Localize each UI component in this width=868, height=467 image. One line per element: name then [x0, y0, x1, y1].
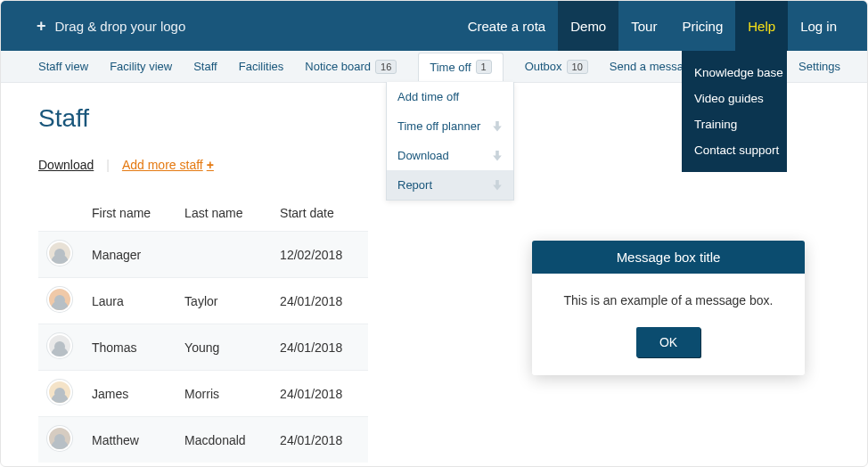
nav-demo[interactable]: Demo: [558, 1, 618, 51]
subnav-facilities[interactable]: Facilities: [239, 60, 284, 73]
table-row[interactable]: JamesMorris24/01/2018: [38, 371, 368, 417]
cell-first-name: Thomas: [83, 324, 176, 371]
top-nav: + Drag & drop your logo Create a rota De…: [1, 1, 867, 51]
logo-drop-text: Drag & drop your logo: [55, 19, 186, 34]
cell-start-date: 24/01/2018: [271, 324, 368, 371]
avatar-cell: [38, 232, 83, 278]
avatar-cell: [38, 371, 83, 417]
cell-last-name: Macdonald: [176, 417, 271, 463]
notice-board-badge: 16: [375, 60, 397, 74]
cell-start-date: 24/01/2018: [271, 371, 368, 417]
ok-button[interactable]: OK: [636, 327, 700, 357]
help-dropdown: Knowledge base Video guides Training Con…: [682, 51, 787, 172]
avatar: [47, 380, 72, 405]
cell-start-date: 12/02/2018: [271, 232, 368, 278]
help-training[interactable]: Training: [682, 111, 787, 137]
download-arrow-icon: [492, 121, 503, 132]
nav-help[interactable]: Help: [735, 1, 788, 51]
timeoff-planner[interactable]: Time off planner: [387, 111, 513, 141]
timeoff-report[interactable]: Report: [387, 170, 513, 200]
message-box-body: This is an example of a message box.: [532, 274, 805, 316]
message-box: Message box title This is an example of …: [532, 241, 805, 375]
cell-last-name: [176, 232, 271, 278]
help-video-guides[interactable]: Video guides: [682, 86, 787, 111]
table-row[interactable]: Manager12/02/2018: [38, 232, 368, 278]
nav-create-rota[interactable]: Create a rota: [455, 1, 559, 51]
download-arrow-icon: [492, 180, 503, 191]
avatar-cell: [38, 324, 83, 371]
cell-last-name: Morris: [176, 371, 271, 417]
staff-table: First name Last name Start date Manager1…: [38, 199, 368, 463]
timeoff-add[interactable]: Add time off: [387, 82, 513, 111]
subnav-notice-board[interactable]: Notice board 16: [305, 60, 397, 74]
message-box-title: Message box title: [532, 241, 805, 274]
subnav-staff-view[interactable]: Staff view: [38, 60, 88, 73]
avatar: [47, 333, 72, 358]
message-box-footer: OK: [532, 316, 805, 375]
help-contact-support[interactable]: Contact support: [682, 137, 787, 163]
subnav-facility-view[interactable]: Facility view: [110, 60, 172, 73]
plus-icon: +: [207, 158, 214, 172]
download-link[interactable]: Download: [38, 158, 94, 172]
subnav-staff[interactable]: Staff: [193, 60, 217, 73]
col-first-name: First name: [83, 199, 176, 232]
cell-last-name: Taylor: [176, 278, 271, 324]
help-knowledge-base[interactable]: Knowledge base: [682, 60, 787, 86]
outbox-badge: 10: [567, 60, 588, 74]
subnav-time-off[interactable]: Time off 1: [418, 53, 503, 81]
cell-first-name: Matthew: [83, 417, 176, 463]
subnav-outbox[interactable]: Outbox 10: [525, 60, 588, 74]
time-off-badge: 1: [476, 60, 492, 74]
col-start-date: Start date: [271, 199, 368, 232]
nav-tour[interactable]: Tour: [618, 1, 669, 51]
top-nav-right: Create a rota Demo Tour Pricing Help Log…: [455, 1, 849, 51]
timeoff-download[interactable]: Download: [387, 141, 513, 170]
nav-pricing[interactable]: Pricing: [669, 1, 735, 51]
avatar-cell: [38, 278, 83, 324]
avatar: [47, 287, 72, 312]
col-last-name: Last name: [176, 199, 271, 232]
time-off-dropdown: Add time off Time off planner Download R…: [386, 82, 514, 201]
table-row[interactable]: MatthewMacdonald24/01/2018: [38, 417, 368, 463]
subnav-settings[interactable]: Settings: [798, 60, 840, 73]
subnav-right: Settings: [798, 60, 840, 73]
avatar: [47, 426, 72, 451]
cell-first-name: Laura: [83, 278, 176, 324]
nav-login[interactable]: Log in: [788, 1, 849, 51]
table-row[interactable]: ThomasYoung24/01/2018: [38, 324, 368, 371]
cell-first-name: Manager: [83, 232, 176, 278]
download-arrow-icon: [492, 151, 503, 161]
logo-dropzone[interactable]: + Drag & drop your logo: [37, 17, 185, 36]
col-avatar: [38, 199, 83, 232]
cell-last-name: Young: [176, 324, 271, 371]
add-more-staff-link[interactable]: Add more staff +: [122, 158, 214, 172]
cell-first-name: James: [83, 371, 176, 417]
cell-start-date: 24/01/2018: [271, 278, 368, 324]
avatar: [47, 241, 72, 266]
divider: |: [106, 158, 110, 172]
avatar-cell: [38, 417, 83, 463]
plus-icon: +: [37, 17, 46, 36]
cell-start-date: 24/01/2018: [271, 417, 368, 463]
table-row[interactable]: LauraTaylor24/01/2018: [38, 278, 368, 324]
